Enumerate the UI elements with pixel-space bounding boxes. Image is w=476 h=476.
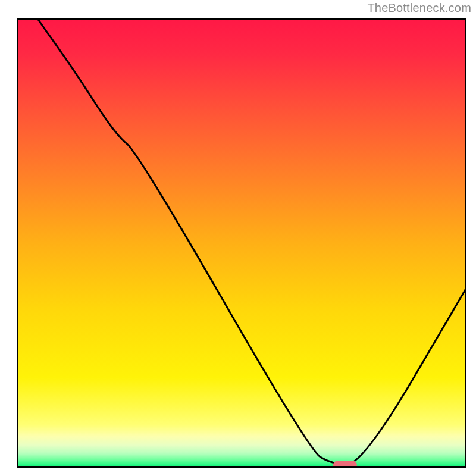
- plot-frame: [17, 18, 466, 468]
- curve-line: [37, 18, 466, 464]
- watermark-text: TheBottleneck.com: [367, 1, 471, 15]
- plot-svg: [17, 18, 466, 468]
